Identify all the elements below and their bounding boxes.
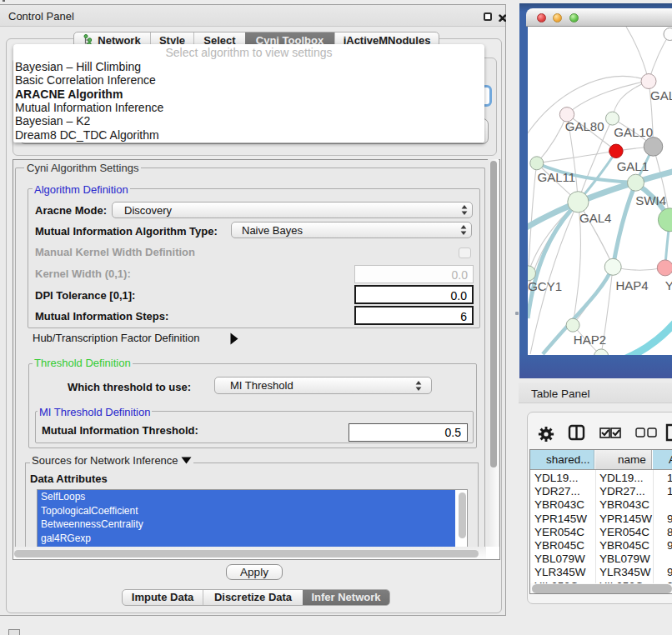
svg-text:SWI4: SWI4	[635, 193, 666, 208]
svg-text:HAP2: HAP2	[574, 332, 606, 347]
svg-text:GAL80: GAL80	[565, 119, 604, 133]
svg-text:GAL1: GAL1	[617, 159, 649, 173]
svg-text:HAP4: HAP4	[615, 278, 648, 292]
svg-text:YM: YM	[665, 278, 672, 292]
svg-text:GAL7: GAL7	[650, 88, 672, 102]
svg-text:GAL4: GAL4	[579, 211, 611, 225]
svg-text:GCY1: GCY1	[528, 279, 562, 293]
svg-text:GAL10: GAL10	[614, 125, 653, 139]
svg-text:GAL11: GAL11	[538, 170, 576, 184]
